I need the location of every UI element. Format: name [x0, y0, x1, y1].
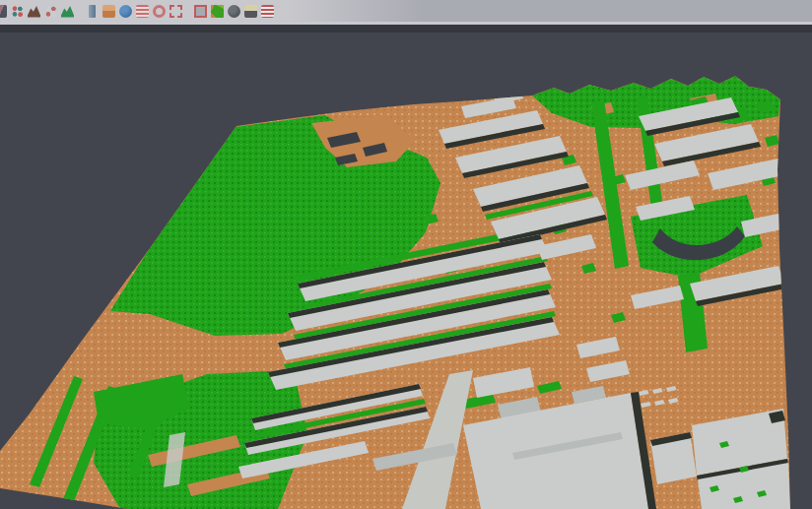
- orange-plane-icon[interactable]: [102, 4, 116, 19]
- clipped-edge-tool-icon[interactable]: [0, 4, 8, 19]
- extent-corners-icon[interactable]: [169, 4, 183, 19]
- dark-globe-icon[interactable]: [227, 4, 241, 19]
- point-cloud-canvas[interactable]: [0, 22, 812, 509]
- gear-ring-icon[interactable]: [152, 4, 167, 19]
- point-pairs-icon[interactable]: [10, 4, 25, 19]
- green-hill-icon[interactable]: [60, 4, 75, 19]
- terrain-hill-icon[interactable]: [27, 4, 41, 19]
- red-bars-icon[interactable]: [260, 4, 275, 19]
- clip-box-icon[interactable]: [193, 4, 208, 19]
- viewport-top-band: [0, 25, 812, 32]
- globe-icon[interactable]: [118, 4, 133, 19]
- profile-panel-icon[interactable]: [85, 4, 100, 19]
- toolbar-lower-strip: [0, 22, 812, 25]
- viewport-3d[interactable]: [0, 22, 812, 509]
- red-layers-icon[interactable]: [135, 4, 150, 19]
- classification-map-icon[interactable]: [210, 4, 225, 19]
- toolbar: [0, 0, 812, 23]
- survey-flag-icon[interactable]: [243, 4, 258, 19]
- sparse-points-icon[interactable]: [43, 4, 58, 19]
- app-window: [0, 0, 812, 509]
